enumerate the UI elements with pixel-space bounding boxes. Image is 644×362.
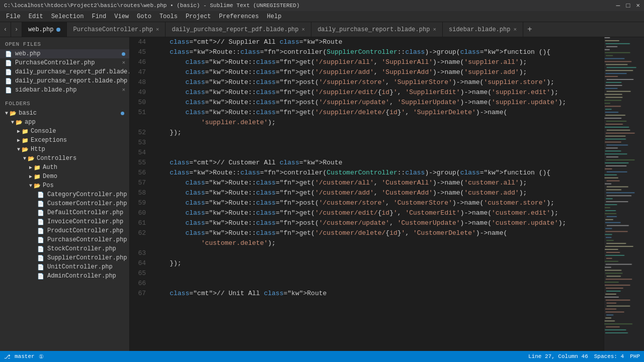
folder-demo[interactable]: ▶📁Demo: [0, 172, 129, 181]
file-icon: 📄: [5, 51, 12, 57]
tab-close-btn[interactable]: ×: [513, 27, 517, 33]
file-item-InvoiceController.php[interactable]: 📄InvoiceController.php: [0, 217, 129, 226]
open-file-daily_purchase_report.blade.php[interactable]: 📄daily_purchase_report.blade.php×: [0, 76, 129, 85]
folder-controllers[interactable]: ▼📂Controllers: [0, 154, 129, 163]
line-number: 51: [130, 108, 146, 118]
code-line: class="cmt">// Supplier All class="kw">R…: [154, 37, 604, 47]
file-item-AdminController.php[interactable]: 📄AdminController.php: [0, 272, 129, 281]
menu-item-goto[interactable]: Goto: [133, 12, 155, 21]
folder-icon: 📁: [34, 164, 41, 171]
file-item-UnitController.php[interactable]: 📄UnitController.php: [0, 262, 129, 272]
tab-nav-prev[interactable]: ‹: [0, 22, 11, 37]
code-line: class="kw">Route::class="fn">get('/custo…: [154, 178, 604, 188]
file-close-btn[interactable]: ×: [122, 69, 125, 75]
code-line: class="kw">Route::class="fn">get('/custo…: [154, 208, 604, 218]
file-label: DefaultController.php: [47, 209, 123, 216]
status-language: PHP: [630, 353, 640, 359]
folder-http[interactable]: ▼📂Http: [0, 145, 129, 154]
tab-close-btn[interactable]: ×: [156, 27, 159, 33]
code-text: class="kw">Route: [154, 98, 248, 108]
folder-exceptions[interactable]: ▶📁Exceptions: [0, 136, 129, 145]
code-line: class="kw">Route::class="fn">post('/supp…: [154, 98, 604, 108]
line-number: 53: [130, 138, 146, 148]
code-line: });: [154, 258, 604, 268]
menu-item-project[interactable]: Project: [182, 12, 215, 21]
tab-sidebar.blade.php[interactable]: sidebar.blade.php×: [443, 22, 523, 37]
tab-nav-next[interactable]: ›: [11, 22, 22, 37]
new-tab-button[interactable]: +: [523, 22, 536, 37]
code-text: });: [154, 128, 182, 138]
tab-close-btn[interactable]: ×: [433, 27, 436, 33]
line-number: 58: [130, 188, 146, 198]
file-close-btn[interactable]: ×: [122, 78, 125, 84]
open-file-daily_purchase_report_pdf.blade.php[interactable]: 📄daily_purchase_report_pdf.blade.php×: [0, 67, 129, 76]
file-close-btn[interactable]: ×: [122, 87, 125, 93]
file-item-StockController.php[interactable]: 📄StockController.php: [0, 244, 129, 253]
menu-item-view[interactable]: View: [110, 12, 133, 21]
minimap[interactable]: [604, 37, 644, 351]
status-right: Line 27, Column 46 Spaces: 4 PHP: [528, 353, 640, 359]
code-line: [154, 268, 604, 279]
status-branch[interactable]: master: [15, 353, 35, 359]
file-label: ProductController.php: [47, 227, 123, 234]
open-file-web.php[interactable]: 📄web.php: [0, 49, 129, 58]
line-number: 60: [130, 208, 146, 218]
menu-item-file[interactable]: File: [2, 12, 25, 21]
maximize-button[interactable]: □: [626, 2, 630, 10]
status-line-col: Line 27, Column 46: [528, 353, 588, 359]
menu-item-help[interactable]: Help: [263, 12, 286, 21]
open-file-label: web.php: [15, 50, 40, 57]
php-file-icon: 📄: [37, 201, 44, 207]
close-button[interactable]: ×: [636, 2, 640, 10]
open-file-PurchaseController.php[interactable]: 📄PurchaseController.php×: [0, 58, 129, 67]
menu-item-selection[interactable]: Selection: [47, 12, 88, 21]
tab-web.php[interactable]: web.php: [22, 22, 67, 37]
open-file-sidebar.blade.php[interactable]: 📄sidebar.blade.php×: [0, 85, 129, 95]
folder-icon: 📁: [34, 173, 41, 180]
file-item-PurchaseController.php[interactable]: 📄PurchaseController.php: [0, 235, 129, 244]
menu-item-preferences[interactable]: Preferences: [215, 12, 263, 21]
status-spaces: Spaces: 4: [594, 353, 624, 359]
folder-arrow-icon: ▶: [29, 173, 32, 179]
folder-console[interactable]: ▶📁Console: [0, 127, 129, 136]
minimize-button[interactable]: ─: [616, 2, 620, 10]
php-file-icon: 📄: [37, 264, 44, 270]
folder-icon: 📁: [22, 128, 29, 135]
code-line: [154, 148, 604, 158]
menu-item-find[interactable]: Find: [88, 12, 110, 21]
folder-pos[interactable]: ▼📂Pos: [0, 181, 129, 190]
line-number: [130, 118, 146, 128]
tab-PurchaseController.php[interactable]: PurchaseController.php×: [67, 22, 166, 37]
folder-auth[interactable]: ▶📁Auth: [0, 163, 129, 172]
line-number: 48: [130, 77, 146, 87]
titlebar-controls[interactable]: ─ □ ×: [616, 2, 640, 10]
folder-basic[interactable]: ▼📂basic: [0, 109, 129, 118]
line-number: 66: [130, 279, 146, 289]
code-line: class="kw">Route::class="fn">get('/custo…: [154, 188, 604, 198]
code-line: class="kw">Route::class="fn">get('/suppl…: [154, 87, 604, 98]
folder-icon: 📂: [16, 119, 23, 126]
code-text: class="kw">Route: [154, 208, 248, 218]
file-item-CategoryController.php[interactable]: 📄CategoryController.php: [0, 190, 129, 199]
line-number: 65: [130, 268, 146, 279]
file-item-SupplierController.php[interactable]: 📄SupplierController.php: [0, 253, 129, 262]
menu-item-edit[interactable]: Edit: [25, 12, 47, 21]
file-item-ProductController.php[interactable]: 📄ProductController.php: [0, 226, 129, 235]
folder-icon: 📂: [10, 110, 17, 117]
file-close-btn[interactable]: ×: [122, 60, 125, 66]
file-item-CustomerController.php[interactable]: 📄CustomerController.php: [0, 199, 129, 208]
folder-label: Exceptions: [31, 137, 67, 144]
folder-app[interactable]: ▼📂app: [0, 118, 129, 127]
tab-daily_purchase_report_pdf.blade.php[interactable]: daily_purchase_report_pdf.blade.php×: [166, 22, 311, 37]
file-label: PurchaseController.php: [47, 236, 127, 243]
code-text: class="kw">Route: [154, 228, 248, 238]
tab-close-btn[interactable]: ×: [302, 27, 305, 33]
folder-label: Controllers: [37, 155, 76, 162]
code-line: [154, 248, 604, 258]
code-content[interactable]: class="cmt">// Supplier All class="kw">R…: [150, 37, 604, 351]
tab-daily_purchase_report.blade.php[interactable]: daily_purchase_report.blade.php×: [311, 22, 443, 37]
folder-arrow-icon: ▶: [17, 137, 20, 143]
code-text: class="kw">Route: [154, 178, 248, 188]
menu-item-tools[interactable]: Tools: [155, 12, 182, 21]
file-item-DefaultController.php[interactable]: 📄DefaultController.php: [0, 208, 129, 217]
